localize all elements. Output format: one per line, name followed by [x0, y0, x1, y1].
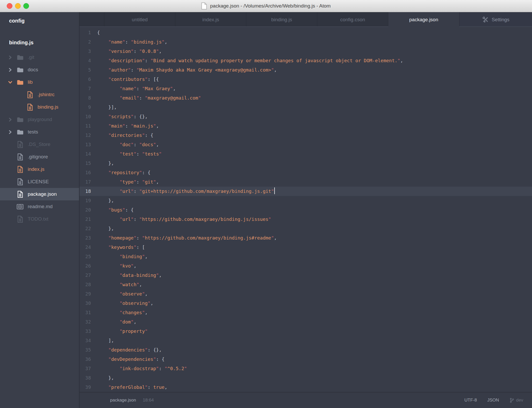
status-cursor-position[interactable]: 18:64: [143, 398, 154, 403]
tree-item-license[interactable]: LICENSE: [0, 175, 79, 188]
tree-item-lib[interactable]: lib: [0, 76, 79, 88]
tab-config-cson[interactable]: config.cson: [317, 12, 388, 27]
code-line-17[interactable]: 17 "type": "git",: [80, 177, 532, 187]
code-line-4[interactable]: 4 "description": "Bind and watch updatin…: [80, 56, 532, 65]
tree-item-readme-md[interactable]: readme.md: [0, 200, 79, 213]
project-root-binding-js[interactable]: binding.js: [9, 39, 79, 46]
line-number[interactable]: 31: [80, 308, 96, 317]
line-number[interactable]: 28: [80, 280, 96, 289]
code-line-30[interactable]: 30 "observing",: [80, 299, 532, 308]
line-number[interactable]: 39: [80, 383, 96, 392]
code-line-18[interactable]: 18 "url": "git+https://github.com/maxgra…: [80, 187, 532, 196]
code-line-24[interactable]: 24 "keywords": [: [80, 243, 532, 252]
line-number[interactable]: 11: [80, 121, 96, 131]
line-number[interactable]: 30: [80, 299, 96, 308]
code-line-13[interactable]: 13 "doc": "docs",: [80, 140, 532, 149]
code-line-27[interactable]: 27 "data-binding",: [80, 271, 532, 280]
code-line-29[interactable]: 29 "observe",: [80, 289, 532, 299]
line-number[interactable]: 23: [80, 233, 96, 243]
code-line-28[interactable]: 28 "watch",: [80, 280, 532, 289]
line-number[interactable]: 6: [80, 75, 96, 84]
code-line-14[interactable]: 14 "test": "tests": [80, 149, 532, 159]
tree-item-tests[interactable]: tests: [0, 126, 79, 138]
tab-untitled[interactable]: untitled: [104, 12, 175, 27]
line-number[interactable]: 34: [80, 336, 96, 345]
status-encoding[interactable]: UTF-8: [464, 398, 477, 403]
line-number[interactable]: 29: [80, 289, 96, 299]
code-line-37[interactable]: 37 "ink-docstrap": "^0.5.2": [80, 364, 532, 373]
chevron-right-icon[interactable]: [8, 67, 12, 72]
line-number[interactable]: 26: [80, 261, 96, 271]
line-number[interactable]: 10: [80, 112, 96, 121]
window-titlebar[interactable]: package.json - /Volumes/Archive/Web/bind…: [0, 0, 532, 12]
code-line-31[interactable]: 31 "changes",: [80, 308, 532, 317]
chevron-right-icon[interactable]: [8, 117, 12, 122]
tab-binding-js[interactable]: binding.js: [246, 12, 317, 27]
code-line-12[interactable]: 12 "directories": {: [80, 131, 532, 140]
code-line-8[interactable]: 8 "email": "maxgraey@gmail.com": [80, 93, 532, 103]
line-number[interactable]: 37: [80, 364, 96, 373]
code-line-39[interactable]: 39 "preferGlobal": true,: [80, 383, 532, 392]
line-number[interactable]: 2: [80, 37, 96, 47]
line-number[interactable]: 35: [80, 345, 96, 355]
code-line-16[interactable]: 16 "repository": {: [80, 168, 532, 177]
line-number[interactable]: 25: [80, 252, 96, 261]
code-line-15[interactable]: 15 },: [80, 159, 532, 168]
line-number[interactable]: 19: [80, 196, 96, 205]
line-number[interactable]: 36: [80, 355, 96, 364]
code-line-5[interactable]: 5 "author": "Maxim Shaydo aka Max Graey …: [80, 65, 532, 75]
line-number[interactable]: 17: [80, 177, 96, 187]
line-number[interactable]: 16: [80, 168, 96, 177]
code-line-11[interactable]: 11 "main": "main.js",: [80, 121, 532, 131]
tree-item-index-js[interactable]: index.js: [0, 163, 79, 175]
tree-item-package-json[interactable]: package.json: [0, 188, 79, 200]
tree-item--git[interactable]: .git: [0, 51, 79, 64]
zoom-button[interactable]: [23, 3, 29, 9]
line-number[interactable]: 18: [80, 187, 96, 196]
line-number[interactable]: 7: [80, 84, 96, 93]
tree-item-todo-txt[interactable]: TODO.txt: [0, 213, 79, 225]
line-number[interactable]: 8: [80, 93, 96, 103]
line-number[interactable]: 27: [80, 271, 96, 280]
code-line-25[interactable]: 25 "binding",: [80, 252, 532, 261]
line-number[interactable]: 21: [80, 215, 96, 224]
line-number[interactable]: 22: [80, 224, 96, 233]
line-number[interactable]: 24: [80, 243, 96, 252]
code-line-21[interactable]: 21 "url": "https://github.com/maxgraey/b…: [80, 215, 532, 224]
line-number[interactable]: 4: [80, 56, 96, 65]
code-line-9[interactable]: 9 }],: [80, 103, 532, 112]
tab-settings[interactable]: Settings: [459, 12, 532, 27]
status-grammar[interactable]: JSON: [487, 398, 499, 403]
status-git-branch[interactable]: dev: [509, 398, 523, 403]
line-number[interactable]: 12: [80, 131, 96, 140]
code-line-20[interactable]: 20 "bugs": {: [80, 205, 532, 215]
line-number[interactable]: 15: [80, 159, 96, 168]
line-number[interactable]: 13: [80, 140, 96, 149]
tree-item--jshintrc[interactable]: .jshintrc: [0, 88, 79, 101]
tree-item-binding-js[interactable]: binding.js: [0, 101, 79, 113]
code-line-7[interactable]: 7 "name": "Max Graey",: [80, 84, 532, 93]
line-number[interactable]: 3: [80, 47, 96, 56]
line-number[interactable]: 14: [80, 149, 96, 159]
code-line-19[interactable]: 19 },: [80, 196, 532, 205]
line-number[interactable]: 1: [80, 28, 96, 37]
code-line-1[interactable]: 1{: [80, 28, 532, 37]
close-button[interactable]: [7, 3, 12, 9]
code-line-34[interactable]: 34 ],: [80, 336, 532, 345]
tab-package-json[interactable]: package.json: [388, 12, 459, 27]
tree-item--ds-store[interactable]: .DS_Store: [0, 138, 79, 151]
code-line-3[interactable]: 3 "version": "0.0.8",: [80, 47, 532, 56]
tree-item--gitignore[interactable]: .gitignore: [0, 151, 79, 163]
code-line-6[interactable]: 6 "contributors": [{: [80, 75, 532, 84]
code-line-22[interactable]: 22 },: [80, 224, 532, 233]
line-number[interactable]: 5: [80, 65, 96, 75]
code-line-38[interactable]: 38 },: [80, 373, 532, 383]
code-line-32[interactable]: 32 "dom",: [80, 317, 532, 327]
code-line-2[interactable]: 2 "name": "binding.js",: [80, 37, 532, 47]
line-number[interactable]: 9: [80, 103, 96, 112]
minimize-button[interactable]: [15, 3, 21, 9]
code-line-26[interactable]: 26 "kvo",: [80, 261, 532, 271]
tree-item-docs[interactable]: docs: [0, 64, 79, 76]
chevron-right-icon[interactable]: [8, 55, 12, 60]
line-number[interactable]: 33: [80, 327, 96, 336]
